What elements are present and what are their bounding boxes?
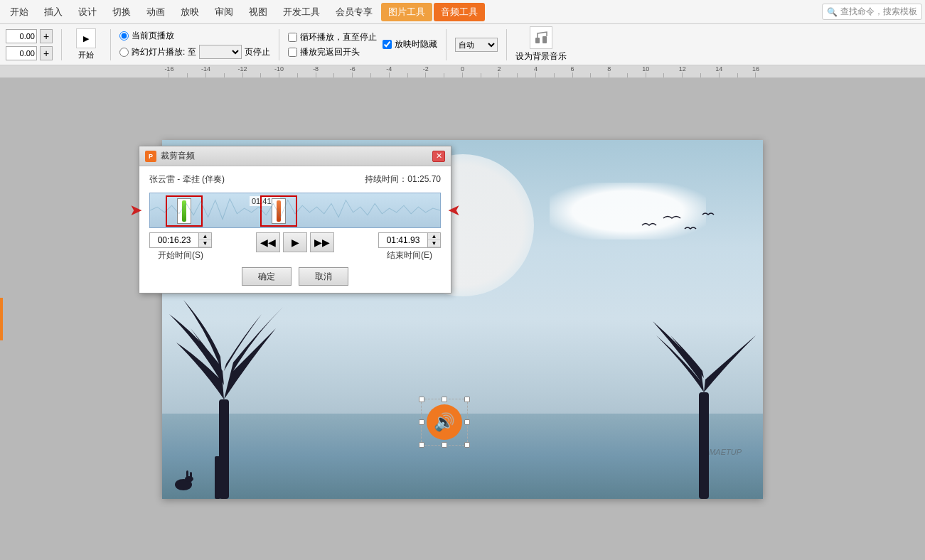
handle-bc[interactable] bbox=[442, 442, 447, 448]
next-frame-button[interactable]: ▶▶ bbox=[310, 232, 334, 252]
dialog-app-icon: P bbox=[145, 151, 156, 162]
radio-cross[interactable] bbox=[119, 48, 129, 57]
tick-3 bbox=[215, 65, 233, 77]
menu-pic-tools[interactable]: 图片工具 bbox=[381, 3, 432, 21]
y-position-input[interactable] bbox=[6, 46, 37, 60]
bg-tree-right bbox=[649, 286, 763, 499]
rewind-label: 播放完返回开头 bbox=[300, 46, 360, 58]
hide-options: 放映时隐藏 bbox=[383, 38, 437, 50]
svg-point-5 bbox=[185, 476, 193, 482]
menu-insert[interactable]: 插入 bbox=[37, 3, 70, 21]
menu-view[interactable]: 视图 bbox=[242, 3, 274, 21]
menu-devtools[interactable]: 开发工具 bbox=[276, 3, 327, 21]
crop-audio-dialog: P 裁剪音频 ✕ 张云雷 - 牵挂 (伴奏) 持续时间：01:25.70 ➤ ➤… bbox=[139, 146, 451, 294]
hide-label: 放映时隐藏 bbox=[395, 38, 437, 50]
end-time-label: 结束时间(E) bbox=[387, 249, 432, 262]
loop-row: 循环播放，直至停止 bbox=[288, 31, 377, 43]
loop-label: 循环播放，直至停止 bbox=[300, 31, 377, 43]
tick-6: -10 bbox=[270, 65, 289, 77]
menu-vip[interactable]: 会员专享 bbox=[328, 3, 380, 21]
search-placeholder: 查找命令，搜索模板 bbox=[840, 6, 917, 18]
end-time-spin[interactable]: ▲ ▼ bbox=[428, 232, 441, 248]
menu-audio-tools[interactable]: 音频工具 bbox=[434, 3, 485, 21]
dialog-close-button[interactable]: ✕ bbox=[432, 151, 445, 162]
tick-15 bbox=[435, 65, 454, 77]
prev-frame-button[interactable]: ◀◀ bbox=[256, 232, 280, 252]
y-plus-btn[interactable]: + bbox=[40, 46, 53, 60]
cross-page-select[interactable] bbox=[199, 45, 242, 59]
time-controls: ▲ ▼ 开始时间(S) ◀◀ ▶ ▶▶ bbox=[149, 232, 441, 262]
start-time-label: 开始时间(S) bbox=[158, 249, 203, 262]
tick-12: -4 bbox=[380, 65, 398, 77]
x-position-row: + bbox=[6, 29, 53, 43]
separator-1 bbox=[61, 29, 62, 60]
loop-checkbox[interactable] bbox=[288, 33, 297, 42]
handle-tr[interactable] bbox=[464, 397, 470, 402]
handle-tc[interactable] bbox=[442, 397, 447, 402]
cancel-button[interactable]: 取消 bbox=[299, 267, 348, 286]
dialog-action-buttons: 确定 取消 bbox=[149, 267, 441, 286]
tick-9 bbox=[325, 65, 343, 77]
menu-slideshow[interactable]: 放映 bbox=[173, 3, 206, 21]
tick-14: -2 bbox=[417, 65, 435, 77]
x-position-input[interactable] bbox=[6, 29, 37, 43]
end-time-up[interactable]: ▲ bbox=[428, 233, 440, 240]
end-time-input-row: ▲ ▼ bbox=[378, 232, 441, 248]
song-name: 张云雷 - 牵挂 (伴奏) bbox=[149, 173, 225, 185]
timeline-waveform[interactable]: 01:41.3 bbox=[149, 193, 441, 228]
handle-tl[interactable] bbox=[419, 397, 424, 402]
menu-start[interactable]: 开始 bbox=[3, 3, 36, 21]
auto-group: 自动 bbox=[455, 38, 498, 52]
checkbox-options: 循环播放，直至停止 播放完返回开头 bbox=[288, 31, 377, 58]
end-time-down[interactable]: ▼ bbox=[428, 240, 440, 247]
handle-br[interactable] bbox=[464, 442, 470, 448]
menu-animation[interactable]: 动画 bbox=[139, 3, 172, 21]
tick-2: -14 bbox=[197, 65, 215, 77]
svg-rect-3 bbox=[215, 456, 220, 499]
start-time-input[interactable] bbox=[149, 232, 199, 248]
set-bg-music-group: 设为背景音乐 bbox=[515, 26, 567, 63]
auto-select-row: 自动 bbox=[455, 38, 498, 52]
playback-options: 当前页播放 跨幻灯片播放: 至 页停止 bbox=[119, 30, 270, 59]
toolbar: + + ▶ 开始 当前页播放 跨幻灯片播放: 至 页停止 bbox=[0, 24, 925, 65]
dialog-title-bar: P 裁剪音频 ✕ bbox=[139, 146, 451, 166]
start-time-input-row: ▲ ▼ bbox=[149, 232, 212, 248]
play-button[interactable]: ▶ bbox=[283, 232, 307, 252]
page-stop-label: 页停止 bbox=[245, 46, 270, 58]
x-plus-btn[interactable]: + bbox=[40, 29, 53, 43]
playback-buttons: ◀◀ ▶ ▶▶ bbox=[256, 232, 334, 252]
handle-mr[interactable] bbox=[464, 419, 470, 425]
rewind-checkbox[interactable] bbox=[288, 48, 297, 57]
menu-design[interactable]: 设计 bbox=[71, 3, 104, 21]
timeline-container: ➤ ➤ 01:41.3 bbox=[149, 193, 441, 228]
start-time-spin[interactable]: ▲ ▼ bbox=[199, 232, 212, 248]
tick-8: -8 bbox=[306, 65, 325, 77]
menu-transition[interactable]: 切换 bbox=[105, 3, 138, 21]
handle-bl[interactable] bbox=[419, 442, 424, 448]
start-button[interactable]: ▶ 开始 bbox=[70, 26, 102, 63]
tick-28: 12 bbox=[673, 65, 692, 77]
rewind-row: 播放完返回开头 bbox=[288, 46, 377, 58]
set-bg-music-label: 设为背景音乐 bbox=[515, 50, 567, 63]
canvas-area: MAETUP 🔊 P 裁剪音频 ✕ bbox=[0, 78, 925, 560]
start-time-down[interactable]: ▼ bbox=[199, 240, 211, 247]
start-group: ▶ 开始 bbox=[70, 26, 102, 63]
radio-current-row: 当前页播放 bbox=[119, 30, 270, 42]
radio-current[interactable] bbox=[119, 31, 129, 41]
search-box[interactable]: 🔍 查找命令，搜索模板 bbox=[822, 4, 922, 20]
tick-5 bbox=[252, 65, 270, 77]
menu-bar: 开始 插入 设计 切换 动画 放映 审阅 视图 开发工具 会员专享 图片工具 音… bbox=[0, 0, 925, 24]
bg-birds bbox=[635, 211, 720, 254]
start-label: 开始 bbox=[78, 50, 94, 60]
auto-dropdown[interactable]: 自动 bbox=[455, 38, 498, 52]
speaker-element[interactable]: 🔊 bbox=[421, 399, 468, 446]
menu-review[interactable]: 审阅 bbox=[208, 3, 240, 21]
tick-26: 10 bbox=[636, 65, 655, 77]
search-icon: 🔍 bbox=[827, 7, 838, 17]
handle-ml[interactable] bbox=[419, 419, 424, 425]
end-time-input[interactable] bbox=[378, 232, 428, 248]
start-time-up[interactable]: ▲ bbox=[199, 233, 211, 240]
tick-31 bbox=[728, 65, 747, 77]
confirm-button[interactable]: 确定 bbox=[242, 267, 292, 286]
hide-checkbox[interactable] bbox=[383, 40, 392, 49]
